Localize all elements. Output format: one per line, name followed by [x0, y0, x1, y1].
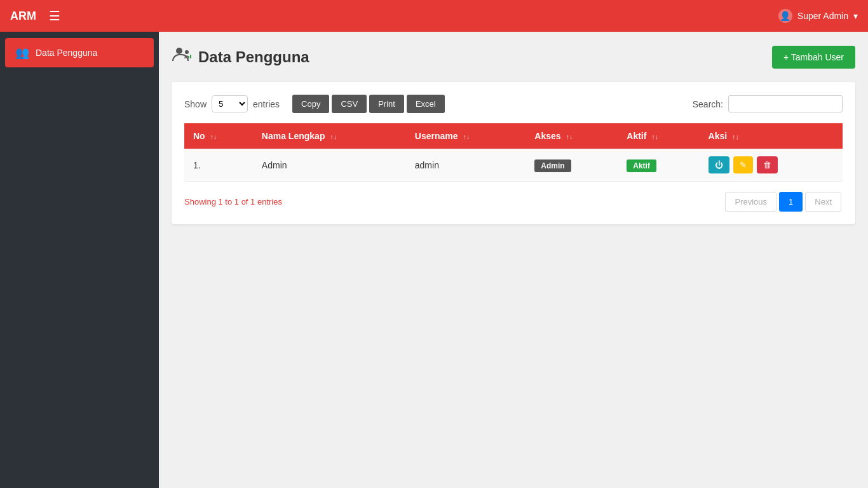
action-buttons: ⏻ ✎ 🗑	[709, 156, 834, 173]
entries-label: entries	[253, 99, 280, 109]
show-entries-control: Show 5 10 25 50 100 entries	[184, 95, 280, 112]
sidebar-item-icon: 👥	[15, 46, 29, 60]
show-label: Show	[184, 99, 207, 109]
user-avatar-icon: 👤	[778, 9, 792, 23]
cell-aktif: Aktif	[618, 149, 699, 182]
sort-icon-nama: ↑↓	[330, 133, 337, 140]
table-footer: Showing 1 to 1 of 1 entries Previous 1 N…	[184, 192, 843, 212]
edit-button[interactable]: ✎	[733, 156, 753, 173]
page-title-icon	[172, 44, 192, 69]
search-label: Search:	[693, 99, 723, 109]
page-header: Data Pengguna + Tambah User	[172, 44, 855, 69]
svg-rect-4	[190, 55, 191, 58]
page-1-button[interactable]: 1	[779, 192, 803, 212]
col-nama: Nama Lengkap ↑↓	[253, 123, 406, 149]
col-username: Username ↑↓	[406, 123, 526, 149]
sidebar-item-data-pengguna[interactable]: 👥 Data Pengguna	[5, 38, 154, 67]
page-title-wrapper: Data Pengguna	[172, 44, 309, 69]
hamburger-icon[interactable]: ☰	[49, 8, 60, 24]
print-button[interactable]: Print	[369, 95, 404, 113]
cell-aksi: ⏻ ✎ 🗑	[700, 149, 843, 182]
col-akses: Akses ↑↓	[526, 123, 618, 149]
table-controls: Show 5 10 25 50 100 entries Copy CSV	[184, 95, 843, 113]
sort-icon-aktif: ↑↓	[651, 133, 658, 140]
user-menu[interactable]: 👤 Super Admin ▾	[778, 9, 858, 23]
excel-button[interactable]: Excel	[407, 95, 445, 113]
main-content: Data Pengguna + Tambah User Show 5 10 25…	[159, 32, 868, 488]
user-dropdown-icon: ▾	[853, 11, 858, 21]
page-title: Data Pengguna	[198, 48, 309, 66]
search-wrapper: Search:	[693, 95, 843, 112]
previous-button[interactable]: Previous	[725, 192, 776, 212]
akses-badge: Admin	[534, 159, 571, 172]
cell-akses: Admin	[526, 149, 618, 182]
col-no: No ↑↓	[184, 123, 253, 149]
delete-button[interactable]: 🗑	[757, 156, 778, 173]
svg-rect-3	[188, 56, 189, 57]
user-label: Super Admin	[797, 11, 848, 21]
sidebar: 👥 Data Pengguna	[0, 32, 159, 488]
cell-no: 1.	[184, 149, 253, 182]
svg-point-0	[176, 48, 182, 54]
table-body: 1. Admin admin Admin Aktif ⏻ ✎ 🗑	[184, 149, 843, 182]
table-card: Show 5 10 25 50 100 entries Copy CSV	[172, 82, 855, 224]
add-user-button[interactable]: + Tambah User	[772, 46, 855, 69]
sort-icon-aksi: ↑↓	[732, 133, 739, 140]
col-aksi: Aksi ↑↓	[700, 123, 843, 149]
cell-username: admin	[406, 149, 526, 182]
next-button[interactable]: Next	[805, 192, 841, 212]
app-brand: ARM	[10, 10, 36, 23]
cell-nama: Admin	[253, 149, 406, 182]
navbar-left: ARM ☰	[10, 8, 60, 24]
sort-icon-username: ↑↓	[463, 133, 470, 140]
sort-icon-akses: ↑↓	[566, 133, 573, 140]
search-input[interactable]	[728, 95, 843, 112]
data-table: No ↑↓ Nama Lengkap ↑↓ Username ↑↓ Akse	[184, 123, 843, 182]
col-aktif: Aktif ↑↓	[618, 123, 699, 149]
aktif-badge: Aktif	[627, 159, 656, 172]
layout: 👥 Data Pengguna Data	[0, 32, 868, 488]
showing-info: Showing 1 to 1 of 1 entries	[184, 197, 282, 207]
export-buttons: Copy CSV Print Excel	[292, 95, 445, 113]
sort-icon-no: ↑↓	[210, 133, 217, 140]
entries-select[interactable]: 5 10 25 50 100	[212, 95, 248, 112]
table-row: 1. Admin admin Admin Aktif ⏻ ✎ 🗑	[184, 149, 843, 182]
navbar: ARM ☰ 👤 Super Admin ▾	[0, 0, 868, 32]
sidebar-item-label: Data Pengguna	[36, 48, 97, 58]
showing-text: Showing 1 to 1 of 1 entries	[184, 197, 282, 207]
copy-button[interactable]: Copy	[292, 95, 329, 113]
pagination: Previous 1 Next	[724, 192, 843, 212]
table-header-row: No ↑↓ Nama Lengkap ↑↓ Username ↑↓ Akse	[184, 123, 843, 149]
power-button[interactable]: ⏻	[709, 156, 729, 173]
csv-button[interactable]: CSV	[332, 95, 367, 113]
